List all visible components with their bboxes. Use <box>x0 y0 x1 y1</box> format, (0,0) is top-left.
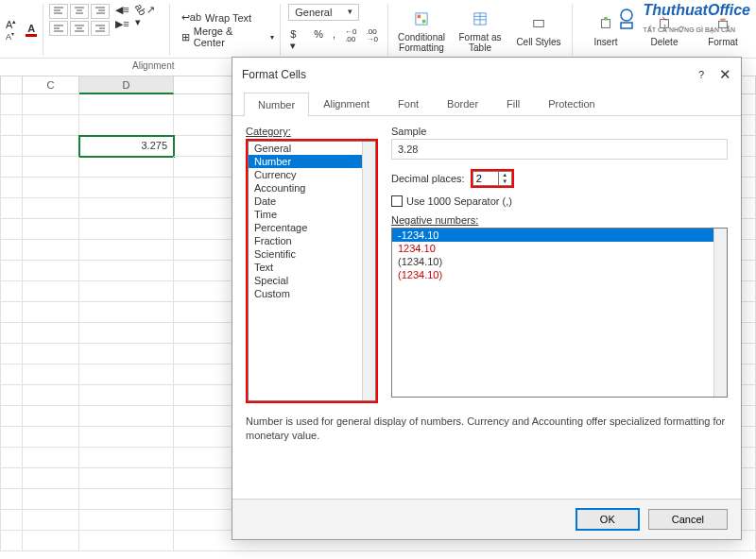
cell[interactable] <box>23 240 79 261</box>
align-center[interactable] <box>70 21 89 36</box>
percent-format-button[interactable]: % <box>312 28 325 52</box>
category-item[interactable]: Accounting <box>249 181 375 195</box>
row-header[interactable] <box>0 281 23 302</box>
tab-protection[interactable]: Protection <box>534 92 610 115</box>
row-header[interactable] <box>0 323 23 344</box>
row-header[interactable] <box>0 261 23 281</box>
cell[interactable] <box>23 364 79 385</box>
cell-styles-button[interactable]: Cell Styles <box>511 12 566 47</box>
align-right[interactable] <box>91 21 110 36</box>
cell[interactable] <box>23 344 79 364</box>
cell[interactable] <box>23 323 79 344</box>
row-header[interactable] <box>0 427 23 448</box>
cell[interactable] <box>23 198 79 219</box>
column-header-d[interactable]: D <box>79 76 174 94</box>
row-header[interactable] <box>0 406 23 427</box>
decrease-decimal-button[interactable]: .00→0 <box>365 28 380 52</box>
number-format-select[interactable]: General <box>288 4 359 21</box>
negative-numbers-listbox[interactable]: -1234.101234.10(1234.10)(1234.10) <box>391 228 728 398</box>
row-header[interactable] <box>0 344 23 364</box>
cell[interactable] <box>79 448 174 468</box>
category-item[interactable]: Text <box>249 261 375 274</box>
negative-format-item[interactable]: (1234.10) <box>392 268 727 281</box>
cell[interactable] <box>23 427 79 448</box>
cell[interactable] <box>79 406 174 427</box>
increase-indent-icon[interactable]: ▶≡ <box>115 18 129 30</box>
cell[interactable] <box>23 489 79 510</box>
help-button[interactable]: ? <box>698 69 704 80</box>
decrease-font-icon[interactable]: A▾ <box>6 30 16 42</box>
category-item[interactable]: Custom <box>249 287 375 300</box>
cell[interactable] <box>79 178 174 198</box>
row-header[interactable] <box>0 385 23 406</box>
category-item[interactable]: Date <box>249 195 375 208</box>
tab-fill[interactable]: Fill <box>492 92 534 115</box>
cell[interactable] <box>79 94 174 115</box>
spinner-arrows[interactable]: ▲▼ <box>499 171 512 186</box>
select-all-corner[interactable] <box>0 76 23 94</box>
cell[interactable] <box>79 344 174 364</box>
decrease-indent-icon[interactable]: ◀≡ <box>115 4 129 16</box>
category-item[interactable]: General <box>249 142 375 155</box>
cell[interactable] <box>23 178 79 198</box>
cell[interactable] <box>23 115 79 136</box>
accounting-format-button[interactable]: $ ▾ <box>288 28 306 52</box>
merge-center-button[interactable]: ⊞ Merge & Center ▾ <box>181 25 274 48</box>
cell[interactable] <box>79 261 174 281</box>
tab-number[interactable]: Number <box>244 93 309 116</box>
tab-font[interactable]: Font <box>384 92 433 115</box>
cell[interactable] <box>79 240 174 261</box>
decimal-places-input[interactable] <box>472 171 499 186</box>
tab-border[interactable]: Border <box>433 92 492 115</box>
wrap-text-button[interactable]: ↩ab Wrap Text <box>181 11 274 24</box>
comma-format-button[interactable]: , <box>331 28 337 52</box>
row-header[interactable] <box>0 364 23 385</box>
row-header[interactable] <box>0 94 23 115</box>
tab-alignment[interactable]: Alignment <box>309 92 384 115</box>
cell[interactable] <box>79 281 174 302</box>
cancel-button[interactable]: Cancel <box>648 509 728 530</box>
category-item[interactable]: Percentage <box>249 221 375 234</box>
row-header[interactable] <box>0 157 23 178</box>
column-header-c[interactable]: C <box>23 76 79 94</box>
cell[interactable] <box>23 531 79 551</box>
ok-button[interactable]: OK <box>576 509 639 530</box>
align-top-right[interactable] <box>91 4 110 19</box>
cell[interactable] <box>23 157 79 178</box>
cell[interactable] <box>23 219 79 240</box>
row-header[interactable] <box>0 240 23 261</box>
category-listbox[interactable]: GeneralNumberCurrencyAccountingDateTimeP… <box>248 141 376 401</box>
cell[interactable] <box>23 510 79 531</box>
row-header[interactable] <box>0 219 23 240</box>
close-button[interactable]: ✕ <box>719 66 731 83</box>
negative-format-item[interactable]: -1234.10 <box>392 229 727 242</box>
row-header[interactable] <box>0 178 23 198</box>
row-header[interactable] <box>0 510 23 531</box>
format-table-button[interactable]: Format as Table <box>453 8 507 53</box>
align-left[interactable] <box>49 21 68 36</box>
cell[interactable] <box>79 219 174 240</box>
cell[interactable] <box>23 468 79 489</box>
row-header[interactable] <box>0 448 23 468</box>
row-header[interactable] <box>0 468 23 489</box>
row-header[interactable] <box>0 136 23 157</box>
category-item[interactable]: Time <box>249 208 375 221</box>
cell[interactable] <box>79 489 174 510</box>
thousand-separator-checkbox[interactable] <box>391 195 403 207</box>
increase-decimal-button[interactable]: ←0.00 <box>343 28 358 52</box>
row-header[interactable] <box>0 489 23 510</box>
cell[interactable] <box>79 364 174 385</box>
cell[interactable] <box>23 406 79 427</box>
category-item[interactable]: Special <box>249 274 375 287</box>
cell[interactable] <box>23 94 79 115</box>
row-header[interactable] <box>0 198 23 219</box>
cell[interactable] <box>79 427 174 448</box>
cell[interactable] <box>23 281 79 302</box>
conditional-formatting-button[interactable]: Conditional Formatting <box>394 8 449 53</box>
category-item[interactable]: Number <box>249 155 375 168</box>
cell[interactable] <box>79 531 174 551</box>
selected-cell[interactable]: 3.275 <box>79 136 174 157</box>
align-top-center[interactable] <box>70 4 89 19</box>
negative-format-item[interactable]: 1234.10 <box>392 242 727 255</box>
category-item[interactable]: Currency <box>249 168 375 181</box>
